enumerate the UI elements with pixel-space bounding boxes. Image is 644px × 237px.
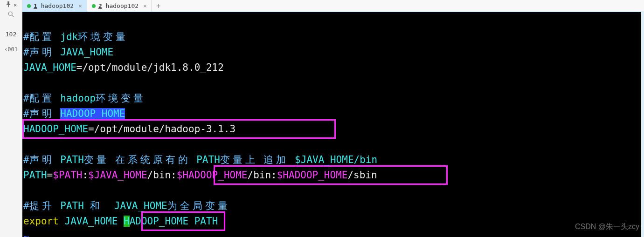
watermark: CSDN @朱一头zcy bbox=[575, 219, 639, 234]
tab-close-icon[interactable]: × bbox=[143, 2, 147, 9]
left-sidebar: × 102 ‹001 bbox=[0, 0, 22, 237]
sidebar-item-001[interactable]: ‹001 bbox=[4, 46, 18, 53]
status-dot-icon bbox=[92, 4, 96, 8]
status-dot-icon bbox=[27, 4, 31, 8]
app-window: × 102 ‹001 1 hadoop102 × 2 hadoop102 × +… bbox=[0, 0, 644, 237]
tab-1[interactable]: 1 hadoop102 × bbox=[22, 0, 87, 12]
main-area: 1 hadoop102 × 2 hadoop102 × + #配置 jdk环境变… bbox=[22, 0, 644, 237]
close-sidebar-button[interactable]: × bbox=[14, 2, 17, 8]
pin-icon[interactable] bbox=[5, 1, 12, 9]
svg-point-0 bbox=[8, 12, 12, 15]
tab-close-icon[interactable]: × bbox=[78, 2, 82, 9]
tab-add-button[interactable]: + bbox=[152, 0, 165, 12]
tab-2[interactable]: 2 hadoop102 × bbox=[87, 0, 152, 12]
tab-bar: 1 hadoop102 × 2 hadoop102 × + bbox=[22, 0, 644, 12]
terminal[interactable]: #配置 jdk环境变量 #声明 JAVA_HOME JAVA_HOME=/opt… bbox=[22, 12, 644, 237]
svg-line-1 bbox=[12, 15, 14, 17]
scrollbar[interactable] bbox=[641, 12, 644, 237]
sidebar-item-102[interactable]: 102 bbox=[6, 31, 16, 38]
search-icon[interactable] bbox=[8, 11, 14, 20]
